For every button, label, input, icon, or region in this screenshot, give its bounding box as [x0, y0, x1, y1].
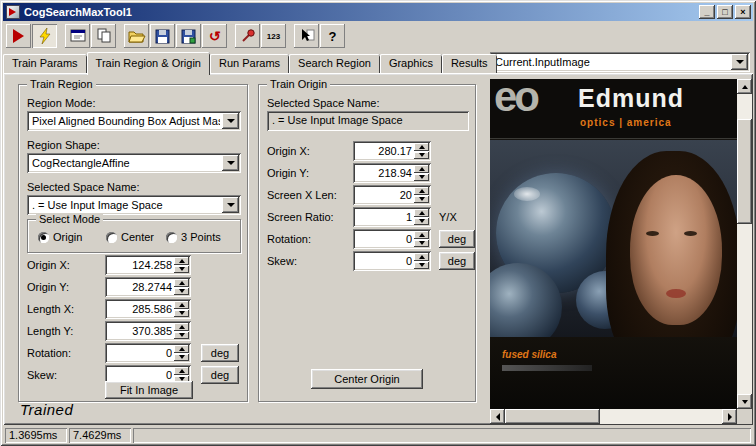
length-x-spinner[interactable]: [105, 299, 191, 319]
spin-up-button[interactable]: [414, 187, 429, 195]
spin-down-button[interactable]: [414, 174, 429, 182]
skew-unit-button[interactable]: deg: [439, 252, 475, 270]
rotation-spinner[interactable]: [105, 343, 191, 363]
tab-results[interactable]: Results: [442, 54, 497, 73]
skew-label: Skew:: [27, 369, 57, 381]
skew-unit-button[interactable]: deg: [201, 366, 239, 384]
dropdown-button[interactable]: [222, 197, 239, 213]
help-button[interactable]: ?: [320, 24, 345, 48]
spin-down-button[interactable]: [174, 354, 189, 362]
save-image-button[interactable]: [176, 24, 201, 48]
scroll-down-button[interactable]: [737, 394, 752, 409]
vertical-scroll-thumb[interactable]: [737, 119, 752, 224]
screen-ratio-spinner[interactable]: [353, 207, 431, 227]
radio-center[interactable]: Center: [106, 231, 154, 243]
dropdown-button[interactable]: [222, 113, 239, 129]
center-origin-button[interactable]: Center Origin: [311, 369, 423, 389]
skew-input[interactable]: [355, 253, 413, 269]
train-button[interactable]: [32, 24, 57, 48]
reset-button[interactable]: ↺: [202, 24, 227, 48]
spin-down-button[interactable]: [414, 262, 429, 270]
length-y-input[interactable]: [107, 323, 173, 339]
spin-up-button[interactable]: [414, 165, 429, 173]
spin-down-button[interactable]: [414, 152, 429, 160]
spin-down-button[interactable]: [174, 332, 189, 340]
rotation-input[interactable]: [355, 231, 413, 247]
origin-x-spinner[interactable]: [105, 255, 191, 275]
input-image-selector[interactable]: Current.InputImage: [490, 52, 750, 72]
origin-y-input[interactable]: [107, 279, 173, 295]
reset-arrow-icon: ↺: [209, 29, 221, 43]
rotation-input[interactable]: [107, 345, 173, 361]
skew-spinner[interactable]: [353, 251, 431, 271]
length-y-spinner[interactable]: [105, 321, 191, 341]
selected-space-combo[interactable]: . = Use Input Image Space: [27, 195, 241, 215]
spin-up-button[interactable]: [174, 301, 189, 309]
spin-up-button[interactable]: [174, 279, 189, 287]
origin-x-input[interactable]: [107, 257, 173, 273]
spin-up-button[interactable]: [414, 253, 429, 261]
vertical-scrollbar[interactable]: [737, 79, 752, 409]
tab-run-params[interactable]: Run Params: [210, 54, 289, 73]
spin-up-button[interactable]: [414, 143, 429, 151]
spin-down-button[interactable]: [174, 266, 189, 274]
spin-down-button[interactable]: [174, 288, 189, 296]
rotation-unit-button[interactable]: deg: [439, 230, 475, 248]
spin-up-button[interactable]: [174, 323, 189, 331]
selected-space-value: . = Use Input Image Space: [27, 199, 220, 211]
scroll-right-button[interactable]: [722, 409, 737, 424]
region-mode-combo[interactable]: Pixel Aligned Bounding Box Adjust Mask: [27, 111, 241, 131]
horizontal-scrollbar[interactable]: [490, 409, 737, 424]
screen-x-len-input[interactable]: [355, 187, 413, 203]
spin-up-button[interactable]: [414, 209, 429, 217]
origin-x-input[interactable]: [355, 143, 413, 159]
spin-up-button[interactable]: [174, 345, 189, 353]
tab-train-params[interactable]: Train Params: [3, 54, 87, 73]
radio-origin[interactable]: Origin: [38, 231, 82, 243]
tab-train-region-origin[interactable]: Train Region & Origin: [87, 52, 210, 75]
brand-text: Edmund: [578, 84, 684, 113]
spin-up-button[interactable]: [414, 231, 429, 239]
spin-down-button[interactable]: [174, 310, 189, 318]
precision-button[interactable]: 123: [261, 24, 286, 48]
dropdown-button[interactable]: [222, 155, 239, 171]
maximize-button[interactable]: □: [717, 5, 733, 19]
tab-graphics[interactable]: Graphics: [380, 54, 442, 73]
minimize-button[interactable]: _: [699, 5, 715, 19]
length-x-input[interactable]: [107, 301, 173, 317]
title-bar[interactable]: CogSearchMaxTool1 _ □ ×: [3, 3, 753, 21]
image-display-button[interactable]: [65, 24, 90, 48]
screen-ratio-input[interactable]: [355, 209, 413, 225]
open-button[interactable]: [124, 24, 149, 48]
run-icon: [13, 29, 24, 43]
spin-down-button[interactable]: [414, 240, 429, 248]
rotation-unit-button[interactable]: deg: [201, 344, 239, 362]
spin-down-button[interactable]: [414, 218, 429, 226]
electrode-button[interactable]: [235, 24, 260, 48]
save-button[interactable]: [150, 24, 175, 48]
dropdown-button[interactable]: [731, 54, 748, 70]
horizontal-scroll-thumb[interactable]: [505, 409, 600, 424]
rotation-spinner[interactable]: [353, 229, 431, 249]
screen-x-len-label: Screen X Len:: [267, 189, 337, 201]
origin-y-spinner[interactable]: [353, 163, 431, 183]
copy-button[interactable]: [91, 24, 116, 48]
fit-in-image-button[interactable]: Fit In Image: [105, 381, 193, 399]
floppy-icon: [155, 29, 170, 44]
spin-down-button[interactable]: [414, 196, 429, 204]
scroll-left-button[interactable]: [490, 409, 505, 424]
context-help-button[interactable]: [294, 24, 319, 48]
close-button[interactable]: ×: [735, 5, 751, 19]
screen-x-len-spinner[interactable]: [353, 185, 431, 205]
region-shape-combo[interactable]: CogRectangleAffine: [27, 153, 241, 173]
origin-x-spinner[interactable]: [353, 141, 431, 161]
radio-3points[interactable]: 3 Points: [166, 231, 221, 243]
run-button[interactable]: [6, 24, 31, 48]
origin-y-spinner[interactable]: [105, 277, 191, 297]
spin-up-button[interactable]: [174, 257, 189, 265]
spin-up-button[interactable]: [174, 367, 189, 375]
tab-search-region[interactable]: Search Region: [289, 54, 380, 73]
origin-y-input[interactable]: [355, 165, 413, 181]
input-image-display[interactable]: eo Edmund optics | america fused silica: [490, 79, 737, 409]
scroll-up-button[interactable]: [737, 79, 752, 94]
